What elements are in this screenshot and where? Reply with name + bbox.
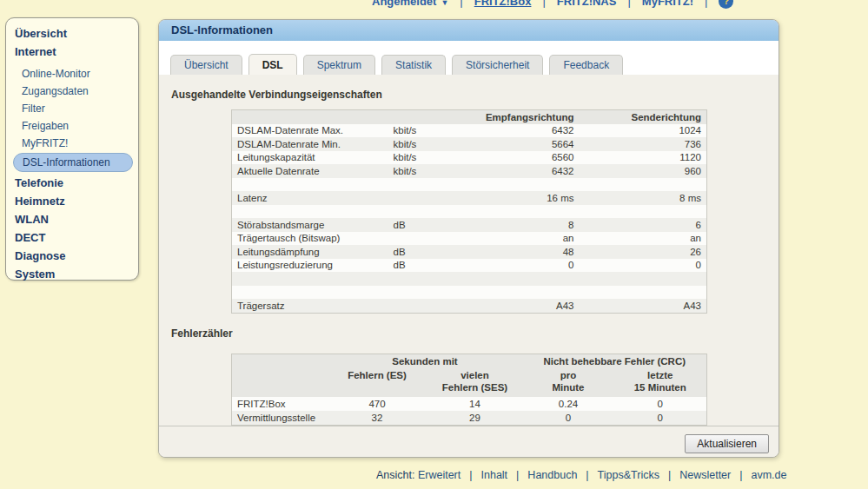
column-header bbox=[232, 354, 328, 368]
unit-cell: dB bbox=[388, 245, 475, 259]
sidebar-item-bersicht[interactable]: Übersicht bbox=[6, 24, 138, 43]
nav-item-myfritz[interactable]: MyFRITZ! bbox=[642, 0, 693, 8]
connection-table-header: EmpfangsrichtungSenderichtung bbox=[232, 110, 707, 124]
footer-link-tipps-tricks[interactable]: Tipps&Tricks bbox=[598, 469, 659, 481]
footer-link-handbuch[interactable]: Handbuch bbox=[527, 469, 577, 481]
upload-value: 8 ms bbox=[580, 191, 707, 205]
column-header: Senderichtung bbox=[580, 110, 707, 124]
footer-separator: | bbox=[469, 469, 472, 481]
help-icon[interactable]: ? bbox=[719, 0, 733, 9]
table-row bbox=[232, 178, 707, 192]
sidebar-item-myfritz[interactable]: MyFRITZ! bbox=[6, 135, 138, 152]
error-value: 32 bbox=[328, 411, 427, 426]
error-value: 470 bbox=[328, 397, 427, 411]
sidebar-item-telefonie[interactable]: Telefonie bbox=[6, 174, 138, 192]
table-row: LeistungsreduzierungdB00 bbox=[232, 259, 707, 273]
sidebar-nav: ÜbersichtInternetOnline-MonitorZugangsda… bbox=[6, 24, 138, 283]
empty-cell bbox=[580, 178, 707, 192]
unit-cell: dB bbox=[388, 259, 475, 273]
connection-table-body: DSLAM-Datenrate Max.kbit/s64321024DSLAM-… bbox=[232, 124, 707, 314]
tab-strip: ÜbersichtDSLSpektrumStatistikStörsicherh… bbox=[159, 41, 779, 75]
error-value: 0 bbox=[614, 411, 707, 426]
table-header-row: Sekunden mitNicht behebbare Fehler (CRC) bbox=[232, 354, 707, 368]
sidebar-item-zugangsdaten[interactable]: Zugangsdaten bbox=[6, 83, 138, 100]
table-row: LeitungsdämpfungdB4826 bbox=[232, 245, 707, 259]
footer-link-erweitert[interactable]: Erweitert bbox=[418, 469, 461, 481]
error-value: 0 bbox=[614, 397, 707, 411]
sidebar-item-online-monitor[interactable]: Online-Monitor bbox=[6, 65, 138, 83]
logged-in-menu[interactable]: Angemeldet▼ bbox=[372, 0, 448, 8]
download-value: an bbox=[475, 232, 580, 246]
tab-feedback[interactable]: Feedback bbox=[549, 55, 623, 75]
table-row: StörabstandsmargedB86 bbox=[232, 218, 707, 232]
sidebar-item-internet[interactable]: Internet bbox=[6, 43, 138, 61]
empty-cell bbox=[388, 205, 475, 219]
column-header bbox=[232, 110, 388, 124]
row-label: Leitungskapazität bbox=[232, 151, 388, 165]
empty-cell bbox=[232, 205, 388, 219]
column-header: Empfangsrichtung bbox=[475, 110, 580, 124]
download-value: 0 bbox=[475, 259, 580, 273]
column-group-header: Sekunden mit bbox=[328, 354, 523, 368]
upload-value: 736 bbox=[580, 137, 707, 151]
tab-st-rsicherheit[interactable]: Störsicherheit bbox=[452, 55, 543, 75]
table-row: Aktuelle Datenratekbit/s6432960 bbox=[232, 164, 707, 178]
footer-link-inhalt[interactable]: Inhalt bbox=[481, 469, 508, 481]
upload-value: 0 bbox=[580, 259, 707, 273]
sidebar-item-dsl-informationen[interactable]: DSL-Informationen bbox=[13, 153, 133, 172]
tab-bersicht[interactable]: Übersicht bbox=[170, 55, 242, 75]
unit-cell: dB bbox=[388, 218, 475, 232]
nav-item-fritz-nas[interactable]: FRITZ!NAS bbox=[557, 0, 617, 8]
footer-separator: | bbox=[668, 469, 671, 481]
error-value: 14 bbox=[427, 397, 523, 411]
error-value: 29 bbox=[427, 411, 523, 426]
row-label: Leitungsdämpfung bbox=[232, 245, 388, 259]
empty-cell bbox=[232, 286, 388, 300]
empty-cell bbox=[232, 178, 388, 192]
sidebar-item-filter[interactable]: Filter bbox=[6, 100, 138, 117]
unit-cell: kbit/s bbox=[388, 151, 475, 165]
column-header bbox=[232, 368, 328, 397]
tab-dsl[interactable]: DSL bbox=[248, 54, 297, 75]
row-label: FRITZ!Box bbox=[232, 397, 328, 411]
page-title: DSL-Informationen bbox=[159, 20, 779, 41]
row-label: Leistungsreduzierung bbox=[232, 259, 388, 273]
table-header-row: Fehlern (ES)vielenFehlern (SES)proMinute… bbox=[232, 368, 707, 397]
error-table-body: FRITZ!Box470140.240Vermittlungsstelle322… bbox=[232, 397, 707, 426]
nav-item-fritz-box[interactable]: FRITZ!Box bbox=[474, 0, 532, 8]
tab-statistik[interactable]: Statistik bbox=[381, 55, 446, 75]
download-value: 8 bbox=[475, 218, 580, 232]
sidebar-item-diagnose[interactable]: Diagnose bbox=[6, 247, 138, 265]
sidebar-item-system[interactable]: System bbox=[6, 265, 138, 283]
footer-link-newsletter[interactable]: Newsletter bbox=[679, 469, 731, 481]
row-label: Vermittlungsstelle bbox=[232, 411, 328, 426]
sidebar-item-dect[interactable]: DECT bbox=[6, 228, 138, 247]
tab-spektrum[interactable]: Spektrum bbox=[303, 55, 375, 75]
panel-footer: Aktualisieren bbox=[159, 426, 779, 459]
view-label: Ansicht: bbox=[376, 469, 418, 481]
column-header bbox=[388, 110, 475, 124]
unit-cell bbox=[388, 191, 475, 205]
table-row: Vermittlungsstelle322900 bbox=[232, 411, 707, 426]
sidebar-item-freigaben[interactable]: Freigaben bbox=[6, 117, 138, 135]
row-label: Trägersatz bbox=[232, 299, 388, 313]
error-value: 0.24 bbox=[523, 397, 614, 411]
download-value: 6432 bbox=[475, 164, 580, 178]
nav-separator: | bbox=[542, 0, 545, 8]
table-row bbox=[232, 205, 707, 219]
page-footer: Ansicht: Erweitert|Inhalt|Handbuch|Tipps… bbox=[376, 469, 786, 481]
unit-cell: kbit/s bbox=[388, 137, 475, 151]
row-label: DSLAM-Datenrate Min. bbox=[232, 137, 388, 151]
download-value: 5664 bbox=[475, 137, 580, 151]
nav-separator: | bbox=[705, 0, 707, 8]
table-row: DSLAM-Datenrate Min.kbit/s5664736 bbox=[232, 137, 707, 151]
download-value: 48 bbox=[475, 245, 580, 259]
sidebar-item-heimnetz[interactable]: Heimnetz bbox=[6, 192, 138, 210]
refresh-button[interactable]: Aktualisieren bbox=[685, 434, 769, 453]
sidebar-item-wlan[interactable]: WLAN bbox=[6, 210, 138, 228]
table-row: FRITZ!Box470140.240 bbox=[232, 397, 707, 411]
download-value: 6560 bbox=[475, 151, 580, 165]
row-label: Trägertausch (Bitswap) bbox=[232, 232, 388, 246]
footer-link-avm-de[interactable]: avm.de bbox=[751, 469, 786, 481]
panel-content: Ausgehandelte Verbindungseigenschaften E… bbox=[159, 75, 779, 426]
